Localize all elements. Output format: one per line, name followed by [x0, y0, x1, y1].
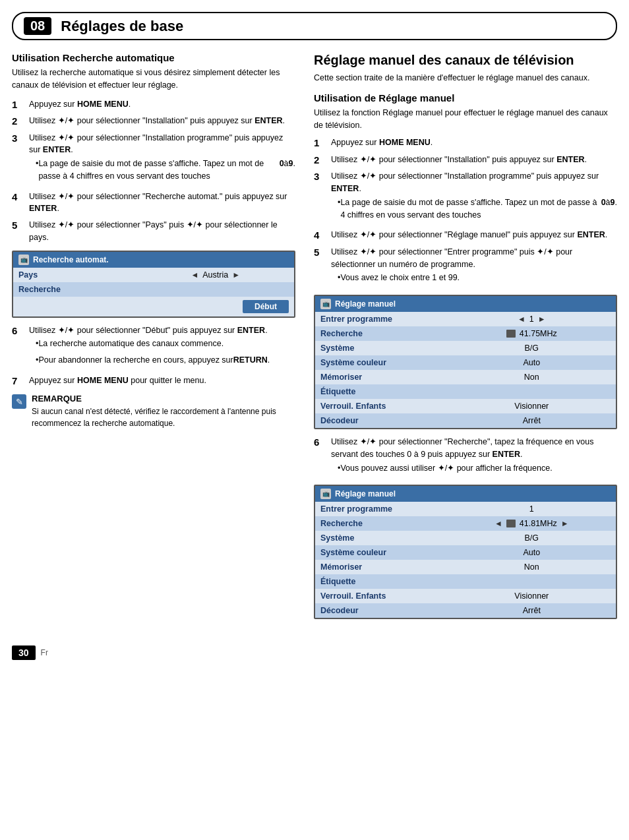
panel2-icon: 📺 [320, 489, 331, 499]
recherche-icon [506, 330, 516, 338]
right-panel2-title: 📺 Réglage manuel [315, 486, 616, 502]
chapter-number: 08 [24, 17, 51, 35]
right-section-title: Réglage manuel des canaux de télévision [314, 52, 617, 68]
table-row: Verrouil. Enfants Visionner [315, 399, 616, 413]
ep-arrow-right: ► [538, 315, 546, 324]
right-step-5: 5 Utilisez ✦/✦ pour sélectionner "Entrer… [314, 246, 617, 288]
panel-icon: 📺 [18, 255, 29, 265]
chapter-title: Réglages de base [61, 18, 183, 35]
remarque-icon: ✎ [12, 394, 26, 409]
left-panel-recherche: 📺 Recherche automat. Pays ◄ Austria ► Re [12, 251, 295, 318]
table-row: Recherche ◄ 41.81MHz ► [315, 516, 616, 531]
step-num-5: 5 [12, 219, 26, 232]
left-step-4: 4 Utilisez ✦/✦ pour sélectionner "Recher… [12, 191, 295, 216]
table-row: Système couleur Auto [315, 355, 616, 370]
right-panel1-title-text: Réglage manuel [335, 299, 396, 309]
left-panel-title: 📺 Recherche automat. [13, 252, 294, 268]
left-steps2-list: 6 Utilisez ✦/✦ pour sélectionner "Début"… [12, 324, 295, 388]
table-row: Système B/G [315, 531, 616, 545]
ep-value: 1 [529, 315, 534, 324]
right-panel2-title-text: Réglage manuel [335, 489, 396, 498]
row-value-pays: ◄ Austria ► [136, 268, 294, 282]
table-row: Étiquette [315, 384, 616, 399]
recherche2-arrow-left: ◄ [494, 519, 502, 528]
table-row: Système couleur Auto [315, 545, 616, 560]
left-steps-list: 1 Appuyez sur HOME MENU. 2 Utilisez ✦/✦ … [12, 98, 295, 244]
page-footer: 30 Fr [0, 638, 629, 668]
page-language: Fr [41, 648, 48, 657]
table-row: Verrouil. Enfants Visionner [315, 589, 616, 603]
left-step-3: 3 Utilisez ✦/✦ pour sélectionner "Instal… [12, 132, 295, 187]
left-panel-footer: Début [13, 297, 294, 316]
step-num-7: 7 [12, 375, 26, 388]
recherche2-value: 41.81MHz [520, 519, 557, 528]
page-header: 08 Réglages de base [12, 12, 617, 40]
right-panel-2: 📺 Réglage manuel Entrer programme 1 Rech… [314, 485, 617, 619]
right-panel1-table: Entrer programme ◄ 1 ► Recherche [315, 312, 616, 428]
right-step-2: 2 Utilisez ✦/✦ pour sélectionner "Instal… [314, 154, 617, 167]
table-row: Mémoriser Non [315, 560, 616, 574]
recherche-value: 41.75MHz [520, 329, 557, 338]
remarque-box: ✎ REMARQUE Si aucun canal n'est détecté,… [12, 394, 295, 429]
table-row: Recherche [13, 282, 294, 297]
left-section-intro: Utilisez la recherche automatique si vou… [12, 67, 295, 92]
right-steps2-list: 6 Utilisez ✦/✦ pour sélectionner "Recher… [314, 436, 617, 478]
right-step-4: 4 Utilisez ✦/✦ pour sélectionner "Réglag… [314, 229, 617, 242]
row-label-recherche: Recherche [13, 282, 136, 297]
panel1-icon: 📺 [320, 299, 331, 309]
left-column: Utilisation Recherche automatique Utilis… [12, 52, 295, 626]
arrow-right: ► [232, 270, 240, 280]
r-step-num-5: 5 [314, 246, 328, 259]
step-num-4: 4 [12, 191, 26, 204]
arrow-left: ◄ [191, 270, 198, 280]
left-step-2: 2 Utilisez ✦/✦ pour sélectionner "Instal… [12, 115, 295, 128]
table-row: Pays ◄ Austria ► [13, 268, 294, 282]
table-row: Entrer programme 1 [315, 502, 616, 516]
right-step-3: 3 Utilisez ✦/✦ pour sélectionner "Instal… [314, 170, 617, 225]
row-value-recherche [136, 282, 294, 297]
step-num-1: 1 [12, 98, 26, 111]
right-sub-section-title: Utilisation de Réglage manuel [314, 92, 617, 104]
left-step-7: 7 Appuyez sur HOME MENU pour quitter le … [12, 375, 295, 388]
right-panel1-title: 📺 Réglage manuel [315, 296, 616, 312]
remarque-content: REMARQUE Si aucun canal n'est détecté, v… [32, 394, 295, 429]
right-section-intro: Cette section traite de la manière d'eff… [314, 72, 617, 84]
left-step-6: 6 Utilisez ✦/✦ pour sélectionner "Début"… [12, 324, 295, 371]
remarque-text: Si aucun canal n'est détecté, vérifiez l… [32, 405, 295, 429]
left-panel-title-text: Recherche automat. [33, 255, 109, 264]
ep-arrow-left: ◄ [518, 315, 525, 324]
table-row: Décodeur Arrêt [315, 603, 616, 618]
right-steps-list: 1 Appuyez sur HOME MENU. 2 Utilisez ✦/✦ … [314, 136, 617, 288]
right-column: Réglage manuel des canaux de télévision … [314, 52, 617, 626]
table-row: Étiquette [315, 574, 616, 589]
right-sub-section-intro: Utilisez la fonction Réglage manuel pour… [314, 107, 617, 132]
step-num-2: 2 [12, 115, 26, 128]
remarque-title: REMARQUE [32, 394, 295, 404]
right-step-6: 6 Utilisez ✦/✦ pour sélectionner "Recher… [314, 436, 617, 478]
left-panel-table: Pays ◄ Austria ► Recherche [13, 268, 294, 297]
table-row: Décodeur Arrêt [315, 413, 616, 428]
table-row: Système B/G [315, 341, 616, 355]
r-step-num-6: 6 [314, 436, 328, 449]
r-step-num-2: 2 [314, 154, 328, 167]
debut-button[interactable]: Début [243, 300, 289, 313]
left-step-1: 1 Appuyez sur HOME MENU. [12, 98, 295, 111]
left-section-title: Utilisation Recherche automatique [12, 52, 295, 63]
right-panel-1: 📺 Réglage manuel Entrer programme ◄ 1 ► [314, 295, 617, 429]
table-row: Mémoriser Non [315, 370, 616, 384]
table-row: Recherche 41.75MHz [315, 326, 616, 341]
left-step-5: 5 Utilisez ✦/✦ pour sélectionner "Pays" … [12, 219, 295, 244]
recherche2-icon [506, 520, 516, 527]
right-step-1: 1 Appuyez sur HOME MENU. [314, 136, 617, 150]
table-row: Entrer programme ◄ 1 ► [315, 312, 616, 326]
r-step-num-4: 4 [314, 229, 328, 242]
pays-value: Austria [202, 270, 228, 280]
r-step-num-3: 3 [314, 170, 328, 183]
r-step-num-1: 1 [314, 136, 328, 150]
right-panel2-table: Entrer programme 1 Recherche ◄ 41.81MHz … [315, 502, 616, 618]
step-num-6: 6 [12, 324, 26, 338]
step-num-3: 3 [12, 132, 26, 145]
recherche2-arrow-right: ► [561, 519, 569, 528]
page-number: 30 [12, 645, 36, 660]
row-label-pays: Pays [13, 268, 136, 282]
